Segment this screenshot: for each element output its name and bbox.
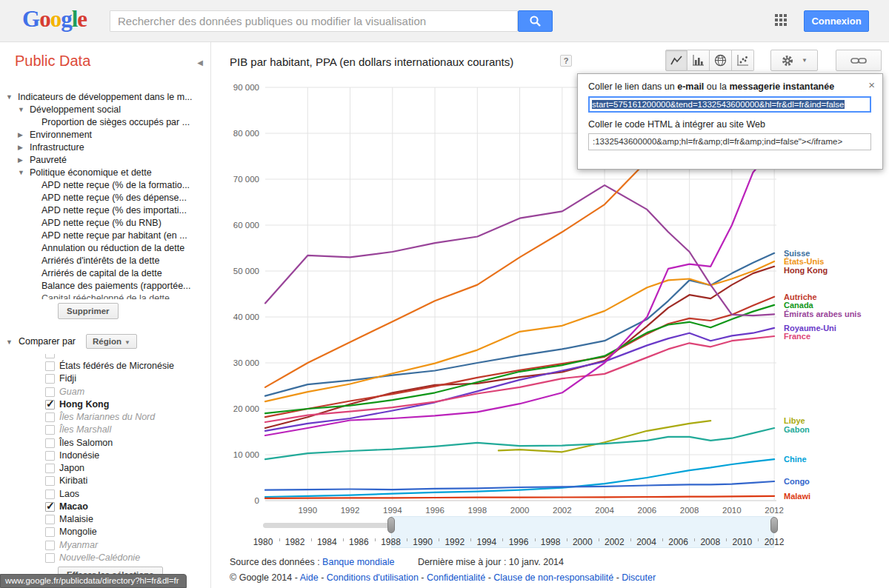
region-dropdown[interactable]: Région▼: [86, 334, 137, 349]
tree-item[interactable]: ▶Environnement: [0, 129, 211, 141]
legend-label[interactable]: Congo: [784, 477, 810, 486]
checkbox-unchecked[interactable]: [45, 387, 55, 397]
map-chart-button[interactable]: [710, 50, 732, 71]
country-row[interactable]: États fédérés de Micronésie: [0, 360, 211, 372]
checkbox-unchecked[interactable]: [45, 374, 55, 384]
footer-link[interactable]: Conditions d'utilisation: [327, 572, 419, 583]
slider-handle-right[interactable]: [770, 517, 778, 533]
tree-item[interactable]: APD nette reçue (% du RNB): [0, 217, 211, 230]
country-label[interactable]: Nouvelle-Calédonie: [59, 552, 140, 564]
signin-button[interactable]: Connexion: [804, 10, 869, 32]
bar-chart-button[interactable]: [687, 50, 710, 71]
legend-label[interactable]: Hong Kong: [784, 266, 828, 275]
tree-item[interactable]: APD nette reçue (% de la formatio...: [0, 179, 211, 192]
country-row[interactable]: Indonésie: [0, 450, 211, 462]
checkbox-unchecked[interactable]: [45, 464, 55, 473]
help-icon[interactable]: ?: [560, 55, 572, 67]
checkbox-unchecked[interactable]: [45, 490, 55, 499]
checkbox-unchecked[interactable]: [45, 425, 55, 435]
legend-label[interactable]: Suisse: [784, 249, 810, 258]
country-label[interactable]: Îles Salomon: [59, 437, 113, 450]
country-row[interactable]: Myanmar: [0, 539, 211, 552]
embed-code-input[interactable]: :1332543600000&amp;hl=fr&amp;dl=fr&amp;i…: [588, 133, 871, 150]
legend-label[interactable]: Royaume-Uni: [784, 324, 836, 333]
apps-grid-icon[interactable]: [775, 14, 790, 29]
tree-item[interactable]: Balance des paiements (rapportée...: [0, 280, 211, 293]
share-link-button[interactable]: [836, 50, 882, 71]
country-label[interactable]: Malaisie: [59, 513, 93, 526]
checkbox-unchecked[interactable]: [45, 476, 55, 486]
tree-item[interactable]: APD nette reçue (% des importati...: [0, 204, 211, 217]
country-label[interactable]: Mongolie: [59, 526, 97, 538]
chevron-right-icon[interactable]: ▶: [18, 141, 23, 154]
legend-label[interactable]: Malawi: [784, 492, 810, 501]
country-row[interactable]: Macao: [0, 501, 211, 513]
checkbox-unchecked[interactable]: [45, 515, 55, 524]
legend-label[interactable]: Gabon: [784, 425, 810, 434]
search-button[interactable]: [518, 10, 553, 32]
tree-item[interactable]: Arriérés de capital de la dette: [0, 267, 211, 280]
tree-item[interactable]: APD nette reçue (% des dépense...: [0, 192, 211, 204]
country-label[interactable]: Îles Mariannes du Nord: [59, 411, 155, 424]
tree-item[interactable]: ▶Pauvreté: [0, 154, 211, 167]
legend-label[interactable]: États-Unis: [784, 257, 824, 266]
legend-label[interactable]: France: [784, 332, 810, 341]
legend-label[interactable]: Canada: [784, 301, 813, 310]
tree-item[interactable]: Proportion de sièges occupés par ...: [0, 116, 211, 129]
country-label[interactable]: Indonésie: [59, 450, 99, 462]
country-row[interactable]: Kiribati: [0, 475, 211, 487]
country-row[interactable]: Fidji: [0, 372, 211, 385]
country-label[interactable]: Laos: [59, 488, 79, 501]
checkbox-checked[interactable]: [45, 400, 55, 410]
checkbox-unchecked[interactable]: [45, 541, 55, 550]
country-label[interactable]: Kiribati: [59, 475, 87, 487]
supprimer-button[interactable]: Supprimer: [58, 303, 119, 319]
country-row[interactable]: Îles Mariannes du Nord: [0, 411, 211, 424]
country-row[interactable]: Îles Marshall: [0, 424, 211, 436]
country-row[interactable]: Malaisie: [0, 513, 211, 526]
checkbox-unchecked[interactable]: [45, 361, 55, 371]
country-row[interactable]: Laos: [0, 488, 211, 501]
legend-label[interactable]: Libye: [784, 416, 805, 425]
country-label[interactable]: Îles Marshall: [59, 424, 111, 436]
checkbox-checked[interactable]: [45, 502, 55, 512]
search-input[interactable]: [110, 10, 518, 32]
country-label[interactable]: Macao: [59, 501, 88, 513]
tree-item[interactable]: Arriérés d'intérêts de la dette: [0, 255, 211, 267]
tree-item[interactable]: ▼Développement social: [0, 104, 211, 116]
legend-label[interactable]: Chine: [784, 455, 807, 464]
chevron-down-icon[interactable]: ▼: [6, 338, 13, 346]
settings-button[interactable]: ▼: [770, 50, 818, 71]
checkbox-unchecked[interactable]: [45, 553, 55, 563]
country-label[interactable]: Fidji: [59, 372, 76, 385]
tree-item[interactable]: ▼Indicateurs de développement dans le m.…: [0, 91, 211, 104]
country-row[interactable]: Nouvelle-Calédonie: [0, 552, 211, 564]
country-label[interactable]: Japon: [59, 462, 84, 475]
country-label[interactable]: Myanmar: [59, 539, 98, 552]
tree-item[interactable]: Capital rééchelonné de la dette: [0, 293, 211, 299]
country-label[interactable]: Hong Kong: [59, 398, 109, 411]
legend-label[interactable]: Autriche: [784, 293, 817, 301]
chevron-down-icon[interactable]: ▼: [18, 104, 24, 116]
google-logo[interactable]: Google: [22, 6, 87, 33]
checkbox-unchecked[interactable]: [45, 438, 55, 448]
close-icon[interactable]: ×: [868, 78, 875, 91]
line-chart-button[interactable]: [665, 50, 687, 71]
footer-link[interactable]: Confidentialité: [427, 572, 485, 583]
country-label[interactable]: États fédérés de Micronésie: [59, 360, 174, 372]
slider-handle-left[interactable]: [387, 517, 395, 533]
share-link-input[interactable]: start=575161200000&tend=1332543600000&hl…: [588, 96, 871, 113]
footer-link[interactable]: Clause de non-responsabilité: [493, 572, 613, 583]
chevron-right-icon[interactable]: ▶: [18, 154, 23, 167]
footer-link[interactable]: Aide: [300, 572, 319, 583]
chevron-down-icon[interactable]: ▼: [18, 167, 24, 179]
source-link[interactable]: Banque mondiale: [322, 557, 394, 567]
country-row[interactable]: Îles Salomon: [0, 437, 211, 450]
country-row[interactable]: Japon: [0, 462, 211, 475]
country-row[interactable]: Guam: [0, 386, 211, 398]
tree-item[interactable]: APD nette reçue par habitant (en ...: [0, 230, 211, 242]
tree-item[interactable]: ▼Politique économique et dette: [0, 167, 211, 179]
country-label[interactable]: Guam: [59, 386, 84, 398]
sidebar-collapse-icon[interactable]: ◀: [197, 59, 203, 67]
country-row[interactable]: Mongolie: [0, 526, 211, 538]
